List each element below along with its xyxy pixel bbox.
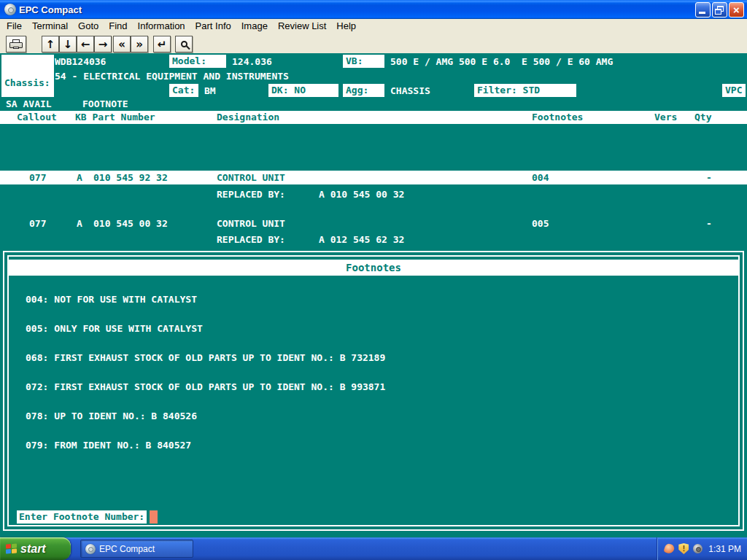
taskbar: start EPC Compact ! 1:31 PM (0, 537, 747, 560)
chassis-value: WDB124036 (55, 55, 106, 69)
double-right-arrow-icon: » (136, 38, 143, 51)
start-button[interactable]: start (0, 537, 71, 560)
taskbar-task-epc-compact[interactable]: EPC Compact (80, 540, 193, 558)
menu-terminal[interactable]: Terminal (27, 19, 73, 33)
chassis-label: Chassis: (1, 77, 54, 90)
col-callout: Callout (17, 111, 57, 124)
vpc-button[interactable]: VPC (722, 84, 746, 97)
col-qty: Qty (694, 111, 711, 124)
replaced-by-value: A 010 545 00 32 (319, 187, 404, 201)
window-title: EPC Compact (19, 4, 82, 15)
title-bar: EPC Compact × (0, 0, 747, 19)
print-button[interactable] (6, 36, 26, 52)
replaced-by-label: REPLACED BY: (217, 233, 285, 246)
tray-utility-icon[interactable] (693, 544, 703, 553)
up-arrow-icon: ↑ (46, 38, 55, 51)
session-labels: Chassis: Group: Class: (1, 55, 54, 97)
print-icon (9, 39, 23, 49)
enter-icon: ↵ (158, 38, 167, 51)
menu-file[interactable]: File (1, 19, 27, 33)
agg-value: CHASSIS (390, 85, 430, 98)
close-button[interactable]: × (729, 2, 744, 18)
footnote-entry: 072: FIRST EXHAUST STOCK OF OLD PARTS UP… (26, 381, 385, 394)
minimize-button[interactable] (695, 2, 711, 18)
footnote-code: 004: (26, 293, 48, 306)
menu-information[interactable]: Information (133, 19, 190, 33)
group-value: 54 - ELECTRICAL EQUIPMENT AND INSTRUMENT… (55, 70, 289, 83)
filter-field: Filter: STD (474, 84, 576, 97)
menu-image[interactable]: Image (236, 19, 273, 33)
close-icon: × (729, 3, 743, 17)
windows-flag-icon (6, 543, 17, 554)
table-row-replaced-by: REPLACED BY: A 010 545 00 32 (0, 187, 747, 201)
footnote-entry: 005: ONLY FOR USE WITH CATALYST (26, 322, 203, 335)
footnote-entry: 079: FROM IDENT NO.: B 840527 (26, 439, 191, 452)
footnote-text: NOT FOR USE WITH CATALYST (54, 293, 197, 306)
menu-goto[interactable]: Goto (73, 19, 104, 33)
footnote-text: FIRST EXHAUST STOCK OF OLD PARTS UP TO I… (54, 351, 385, 365)
col-designation: Designation (217, 111, 279, 124)
clock: 1:31 PM (707, 544, 741, 554)
menu-bar: File Terminal Goto Find Information Part… (0, 19, 747, 33)
table-row[interactable]: 077 A 010 545 92 32 CONTROL UNIT 004 - (0, 171, 747, 184)
minimize-icon (699, 12, 705, 14)
table-row[interactable]: 077 A 010 545 00 32 CONTROL UNIT 005 - (0, 217, 747, 230)
terminal-screen: Chassis: Group: Class: WDB124036 Model: … (0, 53, 747, 537)
cell-callout: 077 (29, 171, 46, 184)
enter-button[interactable]: ↵ (153, 36, 171, 52)
col-kb-part-number: KB Part Number (75, 111, 155, 124)
left-arrow-icon: ← (81, 38, 90, 51)
menu-find[interactable]: Find (104, 19, 132, 33)
cell-callout: 077 (29, 217, 46, 230)
restore-button[interactable] (712, 2, 727, 18)
vb-label: VB: (343, 55, 384, 68)
menu-help[interactable]: Help (331, 19, 361, 33)
replaced-by-value: A 012 545 62 32 (319, 233, 404, 246)
footnote-text: UP TO IDENT NO.: B 840526 (54, 410, 197, 423)
cell-kb: A (77, 171, 82, 184)
tab-sa-avail[interactable]: SA AVAIL (6, 98, 52, 110)
cat-value: BM (204, 85, 216, 98)
page-forward-button[interactable]: » (131, 36, 148, 52)
toolbar: ↑ ↓ ← → « » ↵ (0, 33, 747, 53)
scroll-right-button[interactable]: → (94, 36, 112, 52)
footnote-code: 079: (26, 439, 48, 452)
cell-designation: CONTROL UNIT (217, 171, 285, 184)
search-icon (181, 41, 187, 47)
menu-review-list[interactable]: Review List (273, 19, 331, 33)
down-arrow-icon: ↓ (63, 38, 73, 51)
security-alert-icon[interactable]: ! (678, 543, 689, 554)
cell-part-number: 010 545 00 32 (93, 217, 168, 230)
footnote-number-input[interactable] (150, 510, 158, 524)
cell-footnotes: 004 (532, 171, 549, 184)
footnote-code: 072: (26, 381, 48, 394)
footnote-entry: 078: UP TO IDENT NO.: B 840526 (26, 410, 197, 423)
tab-footnote[interactable]: FOOTNOTE (82, 98, 128, 110)
col-footnotes: Footnotes (532, 111, 583, 124)
scroll-down-button[interactable]: ↓ (59, 36, 77, 52)
footnote-entry: 004: NOT FOR USE WITH CATALYST (26, 293, 197, 306)
dk-field: DK: NO (268, 84, 338, 97)
start-label: start (20, 542, 46, 556)
scroll-left-button[interactable]: ← (77, 36, 94, 52)
task-label: EPC Compact (99, 544, 155, 554)
footnotes-panel: Footnotes 004: NOT FOR USE WITH CATALYST… (3, 251, 744, 531)
scroll-up-button[interactable]: ↑ (42, 36, 59, 52)
table-header: Callout KB Part Number Designation Footn… (0, 111, 747, 124)
page-back-button[interactable]: « (113, 36, 131, 52)
search-button[interactable] (175, 36, 193, 52)
footnote-code: 005: (26, 322, 48, 335)
model-value: 124.036 (232, 55, 272, 69)
footnote-code: 078: (26, 410, 48, 423)
model-label: Model: (169, 55, 226, 68)
cell-qty: - (706, 171, 712, 184)
double-left-arrow-icon: « (118, 38, 125, 51)
menu-part-info[interactable]: Part Info (190, 19, 236, 33)
cell-kb: A (77, 217, 82, 230)
footnote-entry: 068: FIRST EXHAUST STOCK OF OLD PARTS UP… (26, 351, 385, 365)
right-arrow-icon: → (98, 38, 108, 51)
cell-qty: - (706, 217, 712, 230)
pointing-device-tray-icon[interactable] (664, 542, 676, 554)
footnote-text: FROM IDENT NO.: B 840527 (54, 439, 191, 452)
footnote-number-prompt: Enter Footnote Number: (17, 510, 147, 524)
